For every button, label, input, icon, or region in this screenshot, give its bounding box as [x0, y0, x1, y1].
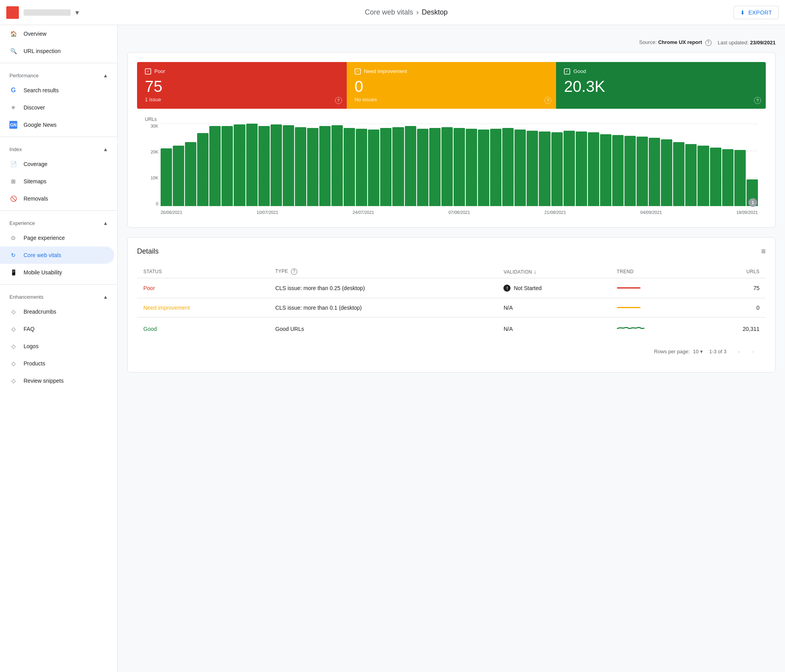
- sidebar-item-url-inspection-label: URL inspection: [24, 48, 60, 54]
- poor-help-icon[interactable]: ?: [335, 97, 342, 104]
- page-experience-icon: ⊙: [9, 234, 17, 242]
- sidebar-item-logos[interactable]: ◇ Logos: [0, 338, 114, 355]
- coverage-icon: 📄: [9, 160, 17, 168]
- validation-na: N/A: [503, 305, 512, 311]
- good-check-icon: ✓: [564, 68, 570, 75]
- y-axis-ticks: 30K 20K 10K 0: [145, 124, 161, 206]
- table-row: Poor CLS issue: more than 0.25 (desktop)…: [137, 278, 766, 298]
- sidebar-item-discover-label: Discover: [24, 104, 45, 111]
- y-tick-30k: 30K: [150, 124, 158, 128]
- sidebar-item-review-snippets[interactable]: ◇ Review snippets: [0, 372, 114, 389]
- export-button[interactable]: ⬇ EXPORT: [734, 6, 779, 19]
- sidebar-item-faq[interactable]: ◇ FAQ: [0, 320, 114, 338]
- sidebar-item-products[interactable]: ◇ Products: [0, 355, 114, 372]
- rows-per-page-select[interactable]: 10 ▾: [693, 349, 703, 354]
- sidebar-section-index[interactable]: Index ▲: [0, 140, 117, 155]
- sidebar-item-search-results-label: Search results: [24, 87, 59, 93]
- validation-sort-icon[interactable]: ↓: [534, 268, 536, 275]
- sidebar-item-removals-label: Removals: [24, 195, 48, 202]
- experience-collapse-icon: ▲: [103, 220, 108, 226]
- source-name: Chrome UX report: [658, 39, 702, 45]
- chart-bar-7: [246, 124, 258, 206]
- breadcrumb: Core web vitals › Desktop: [365, 8, 448, 16]
- trend-line-yellow: [617, 307, 640, 308]
- rows-per-page: Rows per page: 10 ▾: [654, 349, 703, 354]
- y-tick-10k: 10K: [150, 175, 158, 180]
- sidebar-item-google-news[interactable]: GN Google News: [0, 116, 114, 133]
- sidebar-item-core-web-vitals[interactable]: ↻ Core web vitals: [0, 247, 114, 264]
- poor-check-icon: ✓: [145, 68, 151, 75]
- chart-container: ✓ Poor 75 1 issue ? ✓ Need improvement 0…: [127, 52, 776, 228]
- row-status: Good: [143, 326, 157, 332]
- chart-bar-28: [502, 128, 514, 206]
- poor-sub: 1 issue: [145, 97, 339, 102]
- sidebar-item-url-inspection[interactable]: 🔍 URL inspection: [0, 42, 114, 60]
- sidebar-item-mobile-usability[interactable]: 📱 Mobile Usability: [0, 264, 114, 281]
- source-bar: Source: Chrome UX report ? Last updated:…: [127, 35, 776, 52]
- breadcrumb-current: Desktop: [422, 8, 448, 16]
- row-urls: 20,311: [700, 317, 766, 341]
- chart-bar-8: [258, 126, 270, 206]
- need-check-icon: ✓: [355, 68, 361, 75]
- need-help-icon[interactable]: ?: [544, 97, 551, 104]
- chart-bar-20: [405, 126, 416, 206]
- account-dropdown-icon[interactable]: ▾: [75, 8, 79, 17]
- col-status: Status: [137, 265, 269, 278]
- sidebar-section-performance[interactable]: Performance ▲: [0, 66, 117, 82]
- details-table: Status Type ? Validation ↓ Trend URLs: [137, 265, 766, 341]
- sidebar-item-coverage[interactable]: 📄 Coverage: [0, 155, 114, 173]
- sidebar-item-logos-label: Logos: [24, 343, 38, 349]
- chart-bar-44: [697, 146, 709, 206]
- filter-icon[interactable]: ≡: [761, 247, 766, 256]
- rows-select-chevron: ▾: [700, 349, 703, 354]
- sidebar-divider-1: [0, 63, 117, 63]
- status-card-need-improvement: ✓ Need improvement 0 No issues ?: [347, 62, 556, 109]
- chart-bar-23: [441, 127, 453, 206]
- chart-bar-41: [661, 139, 672, 206]
- faq-icon: ◇: [9, 325, 17, 333]
- pagination-buttons: ‹ ›: [733, 345, 759, 358]
- chart-bar-37: [612, 135, 624, 206]
- source-text: Source: Chrome UX report ?: [639, 39, 711, 46]
- row-type: Good URLs: [269, 317, 497, 341]
- row-type: CLS issue: more than 0.25 (desktop): [269, 278, 497, 298]
- sidebar-item-overview-label: Overview: [24, 31, 46, 37]
- sidebar-section-enhancements[interactable]: Enhancements ▲: [0, 288, 117, 303]
- sidebar-item-breadcrumbs[interactable]: ◇ Breadcrumbs: [0, 303, 114, 320]
- sidebar: 🏠 Overview 🔍 URL inspection Performance …: [0, 25, 118, 672]
- sidebar-item-sitemaps[interactable]: ⊞ Sitemaps: [0, 173, 114, 190]
- validation-cell: ! Not Started: [503, 285, 604, 292]
- sidebar-section-experience[interactable]: Experience ▲: [0, 214, 117, 229]
- sidebar-item-removals[interactable]: 🚫 Removals: [0, 190, 114, 207]
- row-trend: [611, 278, 700, 298]
- mobile-usability-icon: 📱: [9, 268, 17, 276]
- sidebar-item-coverage-label: Coverage: [24, 161, 48, 167]
- pagination-prev-button[interactable]: ‹: [733, 345, 745, 358]
- chart-bar-30: [527, 131, 538, 206]
- chart-bar-31: [539, 131, 550, 206]
- sidebar-item-search-results[interactable]: G Search results: [0, 82, 114, 99]
- need-sub: No issues: [355, 97, 549, 102]
- logos-icon: ◇: [9, 342, 17, 350]
- chart-bar-36: [600, 134, 611, 206]
- row-urls: 0: [700, 298, 766, 317]
- top-bar-left: ▾: [6, 6, 79, 19]
- pagination-next-button[interactable]: ›: [747, 345, 759, 358]
- sidebar-item-page-experience[interactable]: ⊙ Page experience: [0, 229, 114, 247]
- x-label-4: 07/08/2021: [448, 210, 470, 215]
- type-help-icon[interactable]: ?: [291, 268, 297, 275]
- sidebar-divider-3: [0, 210, 117, 211]
- good-value: 20.3K: [564, 78, 758, 95]
- enhancements-collapse-icon: ▲: [103, 294, 108, 300]
- chart-bar-22: [429, 128, 441, 206]
- chart-bar-19: [392, 127, 404, 206]
- sidebar-item-overview[interactable]: 🏠 Overview: [0, 25, 114, 42]
- main-content: Source: Chrome UX report ? Last updated:…: [118, 25, 785, 672]
- sidebar-item-discover[interactable]: ✳ Discover: [0, 99, 114, 116]
- good-help-icon[interactable]: ?: [754, 97, 761, 104]
- chart-bar-14: [331, 125, 343, 206]
- validation-na: N/A: [503, 326, 512, 332]
- source-help-icon[interactable]: ?: [705, 40, 712, 46]
- table-row: Good Good URLs N/A 20,311: [137, 317, 766, 341]
- need-label: Need improvement: [364, 68, 407, 74]
